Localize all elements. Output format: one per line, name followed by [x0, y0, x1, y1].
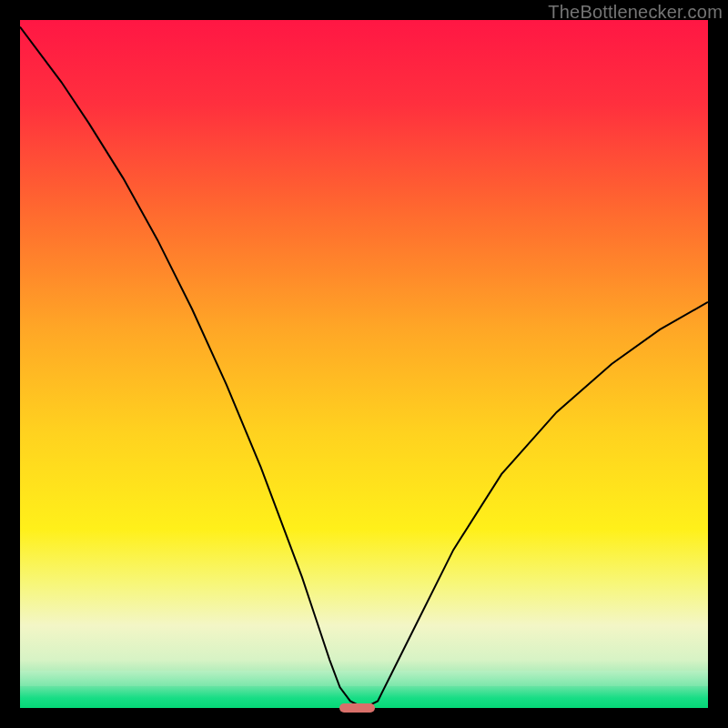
watermark: TheBottlenecker.com	[548, 2, 723, 23]
bottleneck-curve	[20, 20, 708, 708]
plot-area	[20, 20, 708, 708]
chart-stage: TheBottlenecker.com	[0, 0, 728, 728]
optimal-point-marker	[339, 703, 375, 713]
